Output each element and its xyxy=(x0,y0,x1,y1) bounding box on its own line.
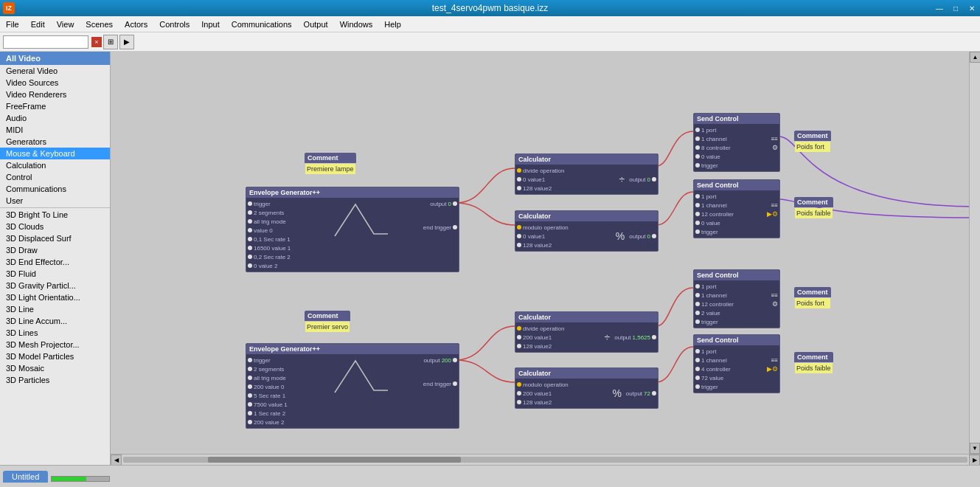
envelope-generator-1[interactable]: Envelope Generator++ trigger 2 segments xyxy=(246,187,459,272)
port-right[interactable] xyxy=(652,177,656,182)
port-right[interactable] xyxy=(652,234,656,238)
minimize-button[interactable]: — xyxy=(931,0,948,16)
calculator-4[interactable]: Calculator modulo operation 200 value1 xyxy=(515,367,658,409)
port-left[interactable] xyxy=(248,402,252,407)
toolbar-icon2[interactable]: ▶ xyxy=(119,35,134,49)
sidebar-item-3d-draw[interactable]: 3D Draw xyxy=(0,244,110,256)
port-right[interactable] xyxy=(453,358,457,362)
menu-windows[interactable]: Windows xyxy=(334,16,379,32)
port-left[interactable] xyxy=(248,219,252,224)
port-left[interactable] xyxy=(695,311,700,315)
sidebar-item-3d-fluid[interactable]: 3D Fluid xyxy=(0,268,110,280)
sidebar-midi[interactable]: MIDI xyxy=(0,124,110,136)
menu-communications[interactable]: Communications xyxy=(226,16,298,32)
canvas-area[interactable]: Comment Premiere lampe Comment Poids for… xyxy=(111,52,980,465)
menu-scenes[interactable]: Scenes xyxy=(80,16,119,32)
maximize-button[interactable]: □ xyxy=(948,0,964,16)
sidebar-item-3d-lines[interactable]: 3D Lines xyxy=(0,327,110,339)
port-left[interactable] xyxy=(695,203,700,207)
port-left[interactable] xyxy=(248,246,252,250)
scroll-left-arrow[interactable]: ◀ xyxy=(111,455,122,466)
port-left[interactable] xyxy=(695,128,700,132)
port-left[interactable] xyxy=(695,229,700,234)
menu-actors[interactable]: Actors xyxy=(119,16,153,32)
port-left[interactable] xyxy=(517,243,521,247)
sidebar-item-3d-clouds[interactable]: 3D Clouds xyxy=(0,221,110,232)
sidebar-item-3d-light[interactable]: 3D Light Orientatio... xyxy=(0,291,110,303)
scroll-up-arrow[interactable]: ▲ xyxy=(970,52,980,63)
port-left[interactable] xyxy=(517,225,521,229)
port-left[interactable] xyxy=(517,400,521,404)
port-left[interactable] xyxy=(248,228,252,232)
port-left[interactable] xyxy=(695,194,700,198)
port-left[interactable] xyxy=(695,358,700,362)
port-left[interactable] xyxy=(695,163,700,167)
port-left[interactable] xyxy=(517,234,521,238)
port-left[interactable] xyxy=(517,391,521,396)
status-tab[interactable]: Untitled xyxy=(3,471,48,483)
port-left[interactable] xyxy=(695,154,700,159)
menu-view[interactable]: View xyxy=(51,16,80,32)
sidebar-calculation[interactable]: Calculation xyxy=(0,159,110,171)
sidebar-item-3d-mesh[interactable]: 3D Mesh Projector... xyxy=(0,339,110,350)
menu-edit[interactable]: Edit xyxy=(25,16,51,32)
close-button[interactable]: ✕ xyxy=(964,0,980,16)
search-clear-button[interactable]: × xyxy=(91,37,102,47)
port-left[interactable] xyxy=(517,326,521,331)
port-left[interactable] xyxy=(517,382,521,387)
calculator-1[interactable]: Calculator divide operation 0 value1 xyxy=(515,153,658,195)
send-control-1[interactable]: Send Control 1 port 1 channel ≡≡ 8 contr… xyxy=(693,113,780,172)
sidebar-mouse-keyboard[interactable]: Mouse & Keyboard xyxy=(0,148,110,159)
port-left[interactable] xyxy=(517,344,521,348)
port-left[interactable] xyxy=(695,221,700,225)
send-control-4[interactable]: Send Control 1 port 1 channel ≡≡ 4 contr… xyxy=(693,334,780,393)
calculator-3[interactable]: Calculator divide operation 200 value1 xyxy=(515,311,658,353)
sidebar-user[interactable]: User xyxy=(0,195,110,207)
port-left[interactable] xyxy=(695,212,700,216)
sidebar-item-3d-mosaic[interactable]: 3D Mosaic xyxy=(0,362,110,374)
port-left[interactable] xyxy=(695,293,700,297)
sidebar-item-3d-line[interactable]: 3D Line xyxy=(0,303,110,315)
send-control-2[interactable]: Send Control 1 port 1 channel ≡≡ 12 cont… xyxy=(693,179,780,238)
port-left[interactable] xyxy=(248,384,252,389)
port-left[interactable] xyxy=(248,358,252,362)
sidebar-video-sources[interactable]: Video Sources xyxy=(0,77,110,89)
toolbar-icon1[interactable]: ⊞ xyxy=(103,35,118,49)
port-left[interactable] xyxy=(248,255,252,259)
calculator-2[interactable]: Calculator modulo operation 0 value1 xyxy=(515,210,658,252)
send-control-3[interactable]: Send Control 1 port 1 channel ≡≡ 12 cont… xyxy=(693,269,780,328)
sidebar-item-3d-model[interactable]: 3D Model Particles xyxy=(0,350,110,362)
sidebar-freeframe[interactable]: FreeFrame xyxy=(0,100,110,112)
port-left[interactable] xyxy=(248,420,252,424)
port-left[interactable] xyxy=(248,210,252,215)
sidebar-communications[interactable]: Communications xyxy=(0,183,110,195)
search-input[interactable] xyxy=(5,38,86,46)
port-left[interactable] xyxy=(695,145,700,150)
menu-file[interactable]: File xyxy=(0,16,25,32)
port-left[interactable] xyxy=(695,384,700,389)
scroll-down-arrow[interactable]: ▼ xyxy=(970,443,980,454)
menu-help[interactable]: Help xyxy=(378,16,407,32)
port-left[interactable] xyxy=(695,320,700,324)
vertical-scrollbar[interactable]: ▲ ▼ xyxy=(969,52,980,454)
sidebar-item-3d-particles[interactable]: 3D Particles xyxy=(0,374,110,386)
port-left[interactable] xyxy=(695,376,700,380)
port-left[interactable] xyxy=(248,263,252,268)
port-left[interactable] xyxy=(248,411,252,415)
port-right[interactable] xyxy=(453,381,457,386)
scroll-track[interactable] xyxy=(123,457,967,463)
port-right[interactable] xyxy=(652,335,656,339)
sidebar-video-renderers[interactable]: Video Renderers xyxy=(0,89,110,100)
search-wrap[interactable] xyxy=(3,35,88,49)
port-left[interactable] xyxy=(248,367,252,371)
sidebar-control[interactable]: Control xyxy=(0,171,110,183)
port-left[interactable] xyxy=(517,335,521,339)
port-left[interactable] xyxy=(695,137,700,141)
sidebar-item-3d-end-effector[interactable]: 3D End Effector... xyxy=(0,256,110,268)
envelope-generator-2[interactable]: Envelope Generator++ trigger 2 segments xyxy=(246,343,459,429)
sidebar-item-3d-displaced[interactable]: 3D Displaced Surf xyxy=(0,232,110,244)
horizontal-scrollbar[interactable]: ◀ ▶ xyxy=(111,454,980,465)
port-left[interactable] xyxy=(248,237,252,241)
sidebar-item-3d-line-accum[interactable]: 3D Line Accum... xyxy=(0,315,110,327)
sidebar-item-3d-gravity[interactable]: 3D Gravity Particl... xyxy=(0,280,110,291)
